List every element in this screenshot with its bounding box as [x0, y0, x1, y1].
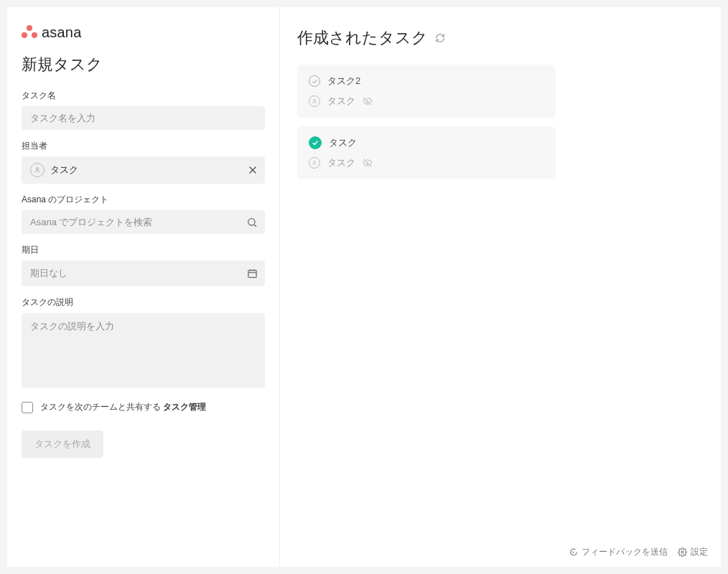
- svg-point-12: [681, 551, 683, 553]
- task-assignee: タスク: [327, 95, 355, 108]
- description-label: タスクの説明: [22, 296, 265, 309]
- search-icon: [246, 217, 258, 228]
- project-label: Asana のプロジェクト: [22, 194, 265, 206]
- asana-logo-icon: [22, 25, 37, 41]
- share-prefix: タスクを次のチームと共有する: [40, 402, 163, 412]
- svg-point-11: [573, 552, 574, 552]
- svg-line-4: [254, 225, 256, 227]
- person-icon: [309, 95, 320, 107]
- assignee-label: 担当者: [22, 140, 265, 152]
- task-card[interactable]: タスク タスク: [297, 126, 556, 179]
- refresh-icon[interactable]: [435, 33, 445, 43]
- settings-label: 設定: [691, 546, 708, 558]
- svg-point-0: [36, 168, 38, 170]
- project-search-input[interactable]: [22, 210, 265, 234]
- hidden-icon: [363, 158, 373, 168]
- assignee-value: タスク: [50, 164, 78, 177]
- asana-logo-text: asana: [42, 24, 82, 41]
- clear-assignee-button[interactable]: [248, 165, 258, 175]
- svg-point-3: [248, 218, 255, 225]
- task-card[interactable]: タスク2 タスク: [297, 65, 556, 118]
- due-date-placeholder: 期日なし: [30, 267, 67, 280]
- speech-bubble-icon: [569, 547, 578, 557]
- task-title: タスク: [329, 136, 357, 149]
- assignee-field[interactable]: タスク: [22, 156, 265, 184]
- due-date-label: 期日: [22, 244, 265, 256]
- task-name-label: タスク名: [22, 90, 265, 102]
- feedback-link[interactable]: フィードバックを送信: [569, 546, 668, 558]
- svg-point-9: [314, 99, 316, 101]
- gear-icon: [678, 547, 687, 557]
- share-team-name: タスク管理: [163, 402, 206, 412]
- task-check-icon[interactable]: [309, 136, 322, 149]
- new-task-title: 新規タスク: [22, 54, 265, 75]
- settings-link[interactable]: 設定: [678, 546, 708, 558]
- calendar-icon: [247, 268, 258, 279]
- task-assignee: タスク: [327, 156, 355, 169]
- share-label: タスクを次のチームと共有する タスク管理: [40, 401, 206, 413]
- person-icon: [309, 157, 320, 169]
- feedback-label: フィードバックを送信: [582, 546, 668, 558]
- created-tasks-title: 作成されたタスク: [297, 27, 428, 49]
- task-title: タスク2: [327, 75, 360, 88]
- create-task-button[interactable]: タスクを作成: [22, 430, 103, 458]
- svg-point-10: [314, 161, 316, 163]
- svg-rect-5: [248, 270, 256, 278]
- hidden-icon: [363, 96, 373, 106]
- asana-logo: asana: [22, 24, 265, 41]
- person-icon: [30, 163, 45, 177]
- due-date-field[interactable]: 期日なし: [22, 260, 265, 286]
- description-textarea[interactable]: [22, 313, 265, 388]
- task-check-icon[interactable]: [309, 75, 320, 87]
- share-checkbox[interactable]: [22, 402, 33, 413]
- task-name-input[interactable]: [22, 106, 265, 130]
